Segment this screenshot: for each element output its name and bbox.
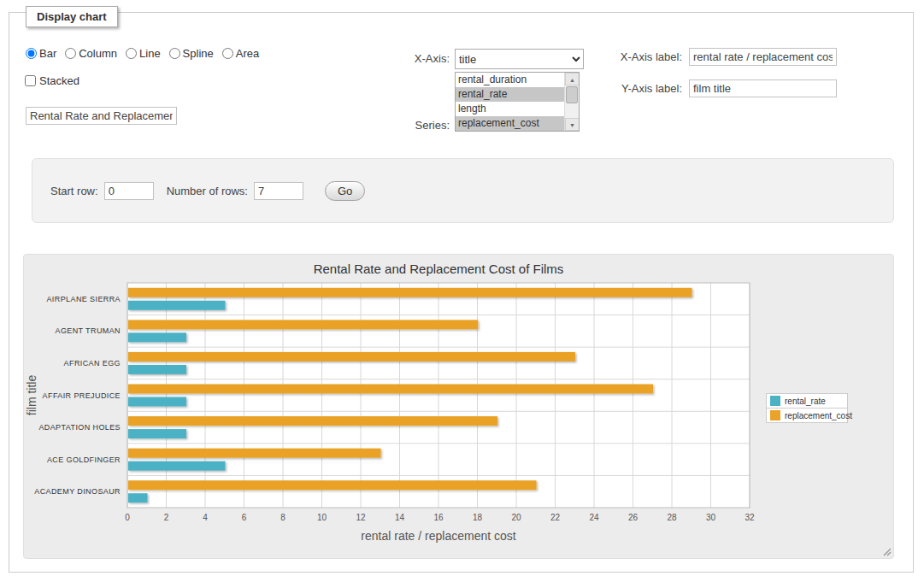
chart-type-column-label: Column xyxy=(79,47,117,60)
series-option-length[interactable]: length xyxy=(456,102,579,116)
chart-type-bar-label: Bar xyxy=(39,47,56,60)
scroll-up-icon[interactable]: ▲ xyxy=(565,73,580,85)
legend-swatch xyxy=(770,396,780,406)
chart-type-line-label: Line xyxy=(139,47,161,60)
x-axis-title: rental rate / replacement cost xyxy=(361,529,515,543)
y-category-label: AFRICAN EGG xyxy=(64,359,121,367)
x-tick-label: 2 xyxy=(164,513,169,522)
chart-svg: 02468101214161820222426283032AIRPLANE SI… xyxy=(24,255,893,556)
x-tick-label: 8 xyxy=(280,513,285,522)
x-axis-caption-input[interactable] xyxy=(689,48,837,66)
y-category-label: ADAPTATION HOLES xyxy=(38,423,121,432)
chart-type-bar[interactable]: Bar xyxy=(26,47,56,60)
chart-legend: rental_ratereplacement_cost xyxy=(766,394,848,423)
display-chart-fieldset: Display chart Bar Column Line Spline Are… xyxy=(9,12,914,573)
rows-controls: Start row: Number of rows: Go xyxy=(50,181,365,201)
bar-replacement_cost xyxy=(128,352,575,362)
y-category-label: AFFAIR PREJUDICE xyxy=(43,391,121,400)
start-row-input[interactable] xyxy=(104,182,154,200)
chart-type-spline-radio[interactable] xyxy=(169,48,180,59)
x-tick-label: 28 xyxy=(667,513,677,522)
legend-label: replacement_cost xyxy=(785,411,852,420)
x-tick-label: 16 xyxy=(433,513,444,522)
series-option-replacement-cost[interactable]: replacement_cost xyxy=(456,116,579,131)
legend-swatch xyxy=(770,410,780,420)
chart-type-column[interactable]: Column xyxy=(65,47,117,60)
bar-rental_rate xyxy=(128,429,186,438)
y-axis-caption-input[interactable] xyxy=(689,79,837,97)
series-label: Series: xyxy=(351,119,450,132)
stacked-option[interactable]: Stacked xyxy=(25,74,79,87)
resize-handle-icon[interactable] xyxy=(882,547,892,556)
start-row-label: Start row: xyxy=(50,185,98,197)
chart-type-spline-label: Spline xyxy=(183,47,214,60)
x-axis-caption-label: X-Axis label: xyxy=(584,50,682,63)
x-axis-select[interactable]: title xyxy=(455,49,584,69)
y-axis-caption-label: Y-Axis label: xyxy=(584,82,682,95)
bar-replacement_cost xyxy=(128,449,381,458)
y-category-label: AGENT TRUMAN xyxy=(56,326,121,335)
x-axis-label: X-Axis: xyxy=(351,52,450,65)
stacked-label: Stacked xyxy=(39,74,79,87)
series-listbox[interactable]: rental_duration rental_rate length repla… xyxy=(455,72,580,132)
x-tick-label: 0 xyxy=(125,513,130,522)
go-button[interactable]: Go xyxy=(325,181,365,201)
chart-type-area-radio[interactable] xyxy=(222,48,233,59)
chart-type-bar-radio[interactable] xyxy=(26,48,37,59)
bar-rental_rate xyxy=(128,493,148,503)
x-tick-label: 12 xyxy=(356,513,366,522)
chart-type-area-label: Area xyxy=(236,47,259,60)
stacked-checkbox[interactable] xyxy=(25,75,36,86)
bar-rental_rate xyxy=(128,397,186,407)
series-option-rental-rate[interactable]: rental_rate xyxy=(456,87,579,102)
y-category-label: AIRPLANE SIERRA xyxy=(46,295,121,303)
chart-panel: 02468101214161820222426283032AIRPLANE SI… xyxy=(23,254,894,559)
x-tick-label: 24 xyxy=(589,513,599,522)
chart-title-input[interactable] xyxy=(26,107,177,125)
x-tick-label: 20 xyxy=(511,513,521,522)
x-tick-label: 18 xyxy=(473,513,483,522)
x-tick-label: 14 xyxy=(395,513,405,522)
x-tick-label: 32 xyxy=(744,513,755,522)
y-axis-title: film title xyxy=(25,375,38,416)
legend-entry: replacement_cost xyxy=(766,408,848,423)
x-tick-label: 6 xyxy=(242,513,247,522)
chart-type-column-radio[interactable] xyxy=(65,48,76,59)
scroll-thumb[interactable] xyxy=(566,86,578,103)
bar-rental_rate xyxy=(128,461,226,471)
bar-replacement_cost xyxy=(128,288,692,297)
chart-type-radios: Bar Column Line Spline Area xyxy=(26,47,259,60)
series-option-rental-duration[interactable]: rental_duration xyxy=(456,73,579,87)
x-tick-label: 22 xyxy=(550,513,561,522)
x-tick-label: 4 xyxy=(203,513,208,522)
bar-rental_rate xyxy=(128,332,186,342)
x-tick-label: 30 xyxy=(706,513,716,522)
bar-replacement_cost xyxy=(128,416,497,426)
scroll-down-icon[interactable]: ▼ xyxy=(565,118,580,131)
legend-label: rental_rate xyxy=(785,397,826,406)
bar-replacement_cost xyxy=(128,480,537,490)
fieldset-legend: Display chart xyxy=(26,6,118,27)
chart-type-spline[interactable]: Spline xyxy=(169,47,214,60)
legend-entry: rental_rate xyxy=(766,393,848,409)
x-tick-label: 26 xyxy=(628,513,639,522)
chart-type-area[interactable]: Area xyxy=(222,47,259,60)
chart-type-line[interactable]: Line xyxy=(126,47,161,60)
y-category-label: ACADEMY DINOSAUR xyxy=(34,487,121,496)
y-category-label: ACE GOLDFINGER xyxy=(47,456,121,464)
bar-rental_rate xyxy=(128,301,226,310)
chart-type-line-radio[interactable] xyxy=(126,48,137,59)
listbox-scrollbar[interactable]: ▲ ▼ xyxy=(564,73,579,131)
x-tick-label: 10 xyxy=(317,513,327,522)
bar-rental_rate xyxy=(128,365,186,374)
bar-replacement_cost xyxy=(128,320,478,329)
num-rows-input[interactable] xyxy=(254,182,303,200)
bar-replacement_cost xyxy=(128,385,653,394)
page: Display chart Bar Column Line Spline Are… xyxy=(0,0,924,582)
chart-title: Rental Rate and Replacement Cost of Film… xyxy=(314,262,564,276)
rows-panel: Start row: Number of rows: Go xyxy=(32,158,894,223)
num-rows-label: Number of rows: xyxy=(167,185,248,197)
